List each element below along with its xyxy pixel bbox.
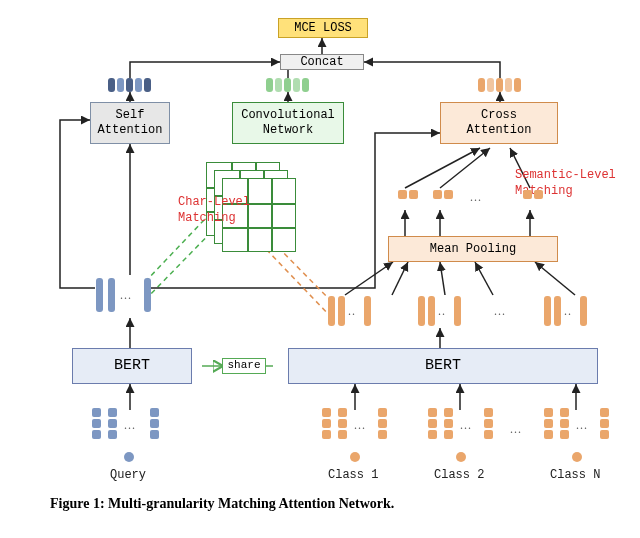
pooled-vec-1 bbox=[398, 190, 418, 199]
diagram-canvas: MCE LOSS Concat Self Attention Convoluti… bbox=[0, 0, 640, 538]
conv-net-label: Convolutional Network bbox=[241, 108, 335, 138]
svg-line-23 bbox=[265, 248, 332, 318]
mean-pooling-box: Mean Pooling bbox=[388, 236, 558, 262]
class1-dot bbox=[350, 452, 360, 462]
bert-left-box: BERT bbox=[72, 348, 192, 384]
pooled-vec-n bbox=[523, 190, 543, 199]
query-dot bbox=[124, 452, 134, 462]
query-label: Query bbox=[110, 468, 146, 482]
mean-pooling-label: Mean Pooling bbox=[430, 242, 516, 257]
share-label: share bbox=[227, 359, 260, 373]
pooled-vec-2 bbox=[433, 190, 453, 199]
cross-attention-box: Cross Attention bbox=[440, 102, 558, 144]
mce-loss-box: MCE LOSS bbox=[278, 18, 368, 38]
self-attention-label: Self Attention bbox=[98, 108, 163, 138]
svg-line-16 bbox=[440, 262, 445, 295]
pooled-ellipsis: ... bbox=[470, 190, 482, 205]
class1-label: Class 1 bbox=[328, 468, 378, 482]
class2-label: Class 2 bbox=[434, 468, 484, 482]
share-box: share bbox=[222, 358, 266, 374]
svg-line-17 bbox=[475, 262, 493, 295]
classN-dot bbox=[572, 452, 582, 462]
class2-dot bbox=[456, 452, 466, 462]
mce-loss-label: MCE LOSS bbox=[294, 21, 352, 36]
concat-label: Concat bbox=[300, 55, 343, 70]
bert-right-box: BERT bbox=[288, 348, 598, 384]
self-att-output-vec bbox=[108, 78, 151, 92]
connector-lines bbox=[0, 0, 640, 538]
conv-output-vec bbox=[266, 78, 309, 92]
concat-box: Concat bbox=[280, 54, 364, 70]
figure-caption: Figure 1: Multi-granularity Matching Att… bbox=[50, 496, 394, 512]
self-attention-box: Self Attention bbox=[90, 102, 170, 144]
conv-net-box: Convolutional Network bbox=[232, 102, 344, 144]
bert-left-label: BERT bbox=[114, 357, 150, 376]
svg-line-14 bbox=[345, 262, 393, 295]
class-ellipsis: ... bbox=[510, 422, 522, 437]
classN-label: Class N bbox=[550, 468, 600, 482]
svg-line-15 bbox=[392, 262, 408, 295]
svg-line-18 bbox=[535, 262, 575, 295]
char-level-label: Char-Level Matching bbox=[178, 195, 250, 226]
cross-att-output-vec bbox=[478, 78, 521, 92]
bert-right-label: BERT bbox=[425, 357, 461, 376]
cross-attention-label: Cross Attention bbox=[467, 108, 532, 138]
